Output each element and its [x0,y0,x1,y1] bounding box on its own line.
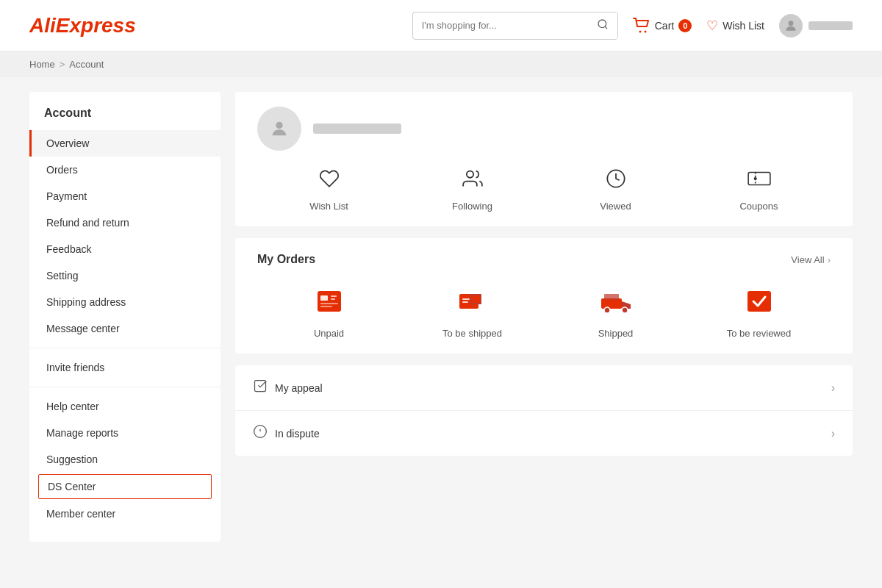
view-all-button[interactable]: View All › [791,254,831,265]
order-icon-unpaid[interactable]: Unpaid [257,284,401,339]
profile-icon-coupons[interactable]: Coupons [687,168,831,212]
viewed-icon [605,168,627,193]
in-dispute-link[interactable]: In dispute › [235,411,853,456]
sidebar-item-overview[interactable]: Overview [29,130,220,157]
svg-rect-27 [747,291,771,312]
sidebar-item-setting[interactable]: Setting [29,262,220,289]
svg-rect-13 [331,295,337,297]
my-appeal-link[interactable]: My appeal › [235,365,853,411]
dispute-svg-icon [253,424,268,439]
wishlist-icon [318,168,340,193]
profile-icon-viewed[interactable]: Viewed [544,168,687,212]
profile-icon-wishlist[interactable]: Wish List [257,168,401,212]
following-icon [462,168,484,193]
svg-point-6 [466,171,473,178]
appeal-icon [253,379,268,397]
heart-icon: ♡ [706,18,718,34]
svg-rect-15 [320,303,338,304]
avatar [779,14,803,37]
header-right: Cart 0 ♡ Wish List [412,12,853,40]
logo[interactable]: AliExpress [29,14,136,37]
search-input[interactable] [413,14,588,37]
unpaid-icon [312,284,347,319]
search-button[interactable] [588,12,617,39]
shipped-icon [598,284,634,319]
svg-point-4 [789,21,794,26]
svg-rect-23 [601,298,622,309]
user-area[interactable] [779,14,853,37]
orders-header: My Orders View All › [257,253,831,266]
to-be-reviewed-icon [742,284,777,319]
profile-user-icon [269,118,290,139]
sidebar-item-message[interactable]: Message center [29,315,220,342]
shipped-label: Shipped [598,328,634,339]
to-be-shipped-icon [455,284,490,319]
profile-avatar [257,107,301,151]
wishlist-button[interactable]: ♡ Wish List [706,18,764,34]
sidebar-item-shipping[interactable]: Shipping address [29,289,220,315]
to-be-shipped-label: To be shipped [442,328,502,339]
sidebar-item-help[interactable]: Help center [29,393,220,420]
svg-point-2 [639,30,641,32]
in-dispute-left: In dispute [253,424,320,442]
user-name [808,21,853,30]
svg-rect-8 [748,173,770,185]
profile-card: Wish List Following [235,92,853,226]
svg-line-1 [605,26,607,29]
svg-rect-22 [462,301,468,303]
order-icons: Unpaid To be shipped [257,284,831,339]
sidebar-item-orders[interactable]: Orders [29,157,220,183]
dispute-arrow-icon: › [831,427,835,440]
sidebar-divider-1 [29,348,220,348]
sidebar-item-refund[interactable]: Refund and return [29,209,220,236]
viewed-label: Viewed [600,201,631,212]
wishlist-label: Wish List [309,201,348,212]
svg-point-5 [276,122,282,129]
following-label: Following [452,201,492,212]
profile-icons: Wish List Following [257,168,831,212]
user-icon [784,18,798,33]
sidebar-item-reports[interactable]: Manage reports [29,420,220,446]
cart-icon [633,18,650,34]
header: AliExpress Cart 0 ♡ Wish List [0,0,882,51]
sidebar-item-invite[interactable]: Invite friends [29,354,220,381]
sidebar-item-payment[interactable]: Payment [29,183,220,209]
unpaid-label: Unpaid [314,328,344,339]
profile-icon-following[interactable]: Following [401,168,544,212]
appeal-arrow-icon: › [831,381,835,395]
svg-point-25 [622,307,628,313]
coupons-icon [747,168,772,193]
sidebar-item-suggestion[interactable]: Suggestion [29,446,220,473]
sidebar-item-member[interactable]: Member center [29,501,220,527]
svg-rect-12 [320,295,328,301]
sidebar-title: Account [29,107,220,130]
svg-point-10 [753,177,756,180]
svg-point-0 [598,20,606,28]
breadcrumb-separator: > [60,59,65,70]
order-icon-to-be-reviewed[interactable]: To be reviewed [687,284,831,339]
search-bar [412,12,618,40]
cart-count: 0 [678,19,692,32]
order-icon-shipped[interactable]: Shipped [544,284,687,339]
order-icon-to-be-shipped[interactable]: To be shipped [401,284,544,339]
appeal-svg-icon [253,379,268,393]
svg-rect-16 [320,306,332,307]
coupons-label: Coupons [739,201,778,212]
breadcrumb-home[interactable]: Home [29,59,55,70]
view-all-label: View All [791,254,824,265]
svg-rect-26 [604,294,619,300]
main-layout: Account Overview Orders Payment Refund a… [0,77,882,556]
orders-card: My Orders View All › [235,238,853,354]
svg-rect-21 [462,298,470,300]
dispute-icon [253,424,268,442]
cart-label: Cart [655,20,674,32]
cart-button[interactable]: Cart 0 [633,18,692,34]
sidebar-item-feedback[interactable]: Feedback [29,236,220,262]
appeal-label: My appeal [275,382,323,394]
svg-rect-14 [331,298,335,300]
sidebar-item-ds-center[interactable]: DS Center [38,474,212,499]
profile-top [257,107,831,151]
bottom-links-card: My appeal › In dispute › [235,365,853,456]
dispute-label: In dispute [275,428,320,440]
profile-name [313,123,401,134]
